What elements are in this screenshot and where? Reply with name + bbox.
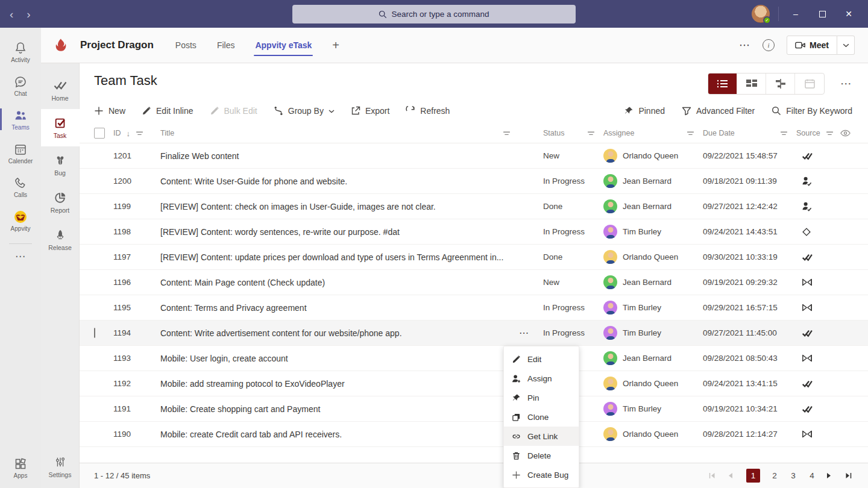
filter-icon[interactable]	[503, 131, 511, 136]
list-view-button[interactable]	[708, 74, 737, 94]
page-button-1[interactable]: 1	[746, 469, 760, 483]
filter-icon[interactable]	[826, 131, 834, 136]
sidebar-item-chat[interactable]: Chat	[0, 69, 41, 102]
menu-item-pin[interactable]: Pin	[504, 388, 579, 407]
sidebar-item-apps[interactable]: Apps	[0, 451, 41, 484]
refresh-button[interactable]: Refresh	[406, 106, 450, 116]
sidebar-item-teams[interactable]: Teams	[0, 102, 41, 136]
close-button[interactable]: ✕	[835, 0, 862, 28]
task-title[interactable]: Content: Write User-Guide for phone and …	[160, 177, 519, 186]
menu-item-clone[interactable]: Clone	[504, 407, 579, 427]
menu-item-create-bug[interactable]: Create Bug	[504, 465, 579, 484]
minimize-button[interactable]: –	[782, 0, 809, 28]
last-page-button[interactable]	[845, 472, 854, 479]
calendar-view-button[interactable]	[795, 74, 824, 94]
search-input[interactable]: Search or type a command	[292, 5, 576, 23]
next-page-button[interactable]	[826, 472, 835, 479]
group-by-button[interactable]: Group By	[274, 106, 335, 116]
forward-icon[interactable]: ›	[27, 8, 30, 20]
filter-icon[interactable]	[687, 131, 694, 136]
back-icon[interactable]: ‹	[10, 8, 13, 20]
tab-posts[interactable]: Posts	[175, 40, 197, 50]
task-title[interactable]: Content: Terms and Privacy agreement	[160, 303, 519, 313]
sidebar-item-report[interactable]: Report	[41, 184, 80, 221]
column-header-source[interactable]: Source	[796, 129, 820, 137]
menu-item-get-link[interactable]: Get Link	[504, 427, 579, 446]
task-title[interactable]: Content: Write advertisement content for…	[160, 328, 519, 338]
sidebar-item-activity[interactable]: Activity	[0, 35, 41, 69]
page-button-4[interactable]: 4	[808, 471, 816, 480]
table-row[interactable]: 1192 Mobile: add streaming potocol to Ex…	[80, 371, 868, 396]
table-row[interactable]: 1193 Mobile: User login, create account …	[80, 346, 868, 371]
table-row[interactable]: 1199 [REVIEW] Content: check on images i…	[80, 194, 868, 219]
menu-item-assign[interactable]: Assign	[504, 369, 579, 388]
export-button[interactable]: Export	[351, 106, 389, 116]
task-status: In Progress	[543, 227, 603, 236]
sidebar-item-release[interactable]: Release	[41, 221, 80, 258]
column-header-id[interactable]: ID	[113, 129, 121, 137]
channel-more-icon[interactable]: ⋯	[739, 39, 750, 52]
page-button-2[interactable]: 2	[770, 471, 779, 480]
table-row[interactable]: 1191 Mobile: Create shopping cart and Pa…	[80, 396, 868, 422]
task-title[interactable]: Mobile: add streaming potocol to ExoVide…	[160, 379, 519, 389]
sidebar-item-calls[interactable]: Calls	[0, 170, 41, 204]
advanced-filter-button[interactable]: Advanced Filter	[682, 106, 755, 116]
sidebar-item-appvity[interactable]: Appvity	[0, 204, 41, 237]
row-more-icon[interactable]: ⋯	[519, 328, 529, 338]
edit-inline-button[interactable]: Edit Inline	[142, 106, 193, 116]
tab-appvity-etask[interactable]: Appvity eTask	[255, 40, 312, 50]
task-title[interactable]: Mobile: User login, create account	[160, 354, 519, 363]
page-button-3[interactable]: 3	[789, 471, 797, 480]
page-more-icon[interactable]: ⋯	[840, 77, 852, 90]
task-title[interactable]: Content: Main Page content (Check update…	[160, 278, 519, 287]
table-row[interactable]: 1200 Content: Write User-Guide for phone…	[80, 169, 868, 194]
task-title[interactable]: Finalize Web content	[160, 151, 519, 161]
menu-item-delete[interactable]: Delete	[504, 446, 579, 465]
eye-icon[interactable]	[840, 130, 851, 137]
sort-desc-icon[interactable]: ↓	[127, 129, 131, 138]
table-row[interactable]: 1201 Finalize Web content ⋯ New Orlando …	[80, 143, 868, 169]
table-row[interactable]: 1198 [REVIEW] Content: wordy sentences, …	[80, 219, 868, 245]
board-view-button[interactable]	[737, 74, 766, 94]
meet-button[interactable]: Meet	[787, 36, 837, 55]
row-checkbox[interactable]	[94, 328, 95, 338]
more-apps-icon[interactable]: ⋯	[15, 250, 26, 263]
filter-icon[interactable]	[780, 131, 788, 136]
tab-files[interactable]: Files	[217, 40, 235, 50]
meet-dropdown-button[interactable]	[837, 36, 855, 55]
task-title[interactable]: [REVIEW] Content: wordy sentences, re-wr…	[160, 227, 519, 237]
table-row[interactable]: 1190 Mobile: create Credit card tab and …	[80, 422, 868, 447]
sidebar-item-bug[interactable]: Bug	[41, 146, 80, 184]
bulk-edit-button[interactable]: Bulk Edit	[210, 106, 257, 116]
menu-item-edit[interactable]: Edit	[504, 349, 579, 369]
column-header-due-date[interactable]: Due Date	[703, 129, 735, 137]
table-row[interactable]: 1196 Content: Main Page content (Check u…	[80, 270, 868, 295]
task-title[interactable]: [REVIEW] Content: check on images in Use…	[160, 202, 519, 211]
table-row[interactable]: 1195 Content: Terms and Privacy agreemen…	[80, 295, 868, 321]
column-header-title[interactable]: Title	[160, 129, 174, 137]
info-icon[interactable]: i	[763, 39, 775, 51]
pinned-button[interactable]: Pinned	[624, 106, 665, 116]
column-header-assignee[interactable]: Assignee	[603, 129, 634, 137]
new-button[interactable]: New	[94, 106, 125, 116]
filter-icon[interactable]	[136, 131, 143, 136]
select-all-checkbox[interactable]	[94, 128, 105, 139]
sidebar-item-home[interactable]: Home	[41, 72, 80, 109]
sidebar-item-settings[interactable]: Settings	[41, 448, 80, 486]
filter-by-keyword-button[interactable]: Filter By Keyword	[772, 106, 852, 116]
column-header-status[interactable]: Status	[543, 129, 564, 137]
first-page-button[interactable]	[709, 472, 717, 479]
prev-page-button[interactable]	[728, 472, 736, 479]
sidebar-item-task[interactable]: Task	[41, 109, 80, 146]
add-tab-icon[interactable]: +	[332, 39, 339, 52]
task-title[interactable]: [REVIEW] Content: update prices per down…	[160, 252, 519, 262]
task-title[interactable]: Mobile: Create shopping cart and Payment	[160, 404, 519, 414]
table-row[interactable]: 1194 Content: Write advertisement conten…	[80, 321, 868, 346]
table-row[interactable]: 1197 [REVIEW] Content: update prices per…	[80, 245, 868, 270]
sidebar-item-calender[interactable]: Calender	[0, 136, 41, 170]
maximize-button[interactable]	[809, 0, 835, 28]
filter-icon[interactable]	[587, 131, 595, 136]
timeline-view-button[interactable]	[766, 74, 795, 94]
user-avatar[interactable]: ✓	[752, 5, 770, 23]
task-title[interactable]: Mobile: create Credit card tab and API r…	[160, 430, 519, 439]
